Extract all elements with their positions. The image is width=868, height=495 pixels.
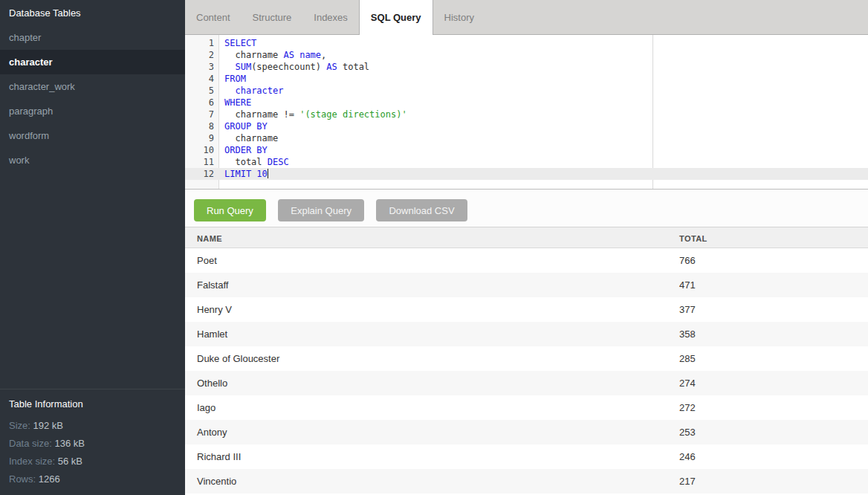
sql-token: charname [224,133,278,143]
code-line-4[interactable]: 4FROM [185,73,868,85]
tab-structure[interactable]: Structure [242,0,303,34]
code-line-3[interactable]: 3 SUM(speechcount) AS total [185,61,868,73]
code-line-2[interactable]: 2 charname AS name, [185,49,868,61]
line-text: SELECT [224,37,256,49]
line-text: charname [224,132,278,144]
line-text: ORDER BY [224,144,268,156]
cell-total: 358 [679,329,696,340]
info-value: 136 kB [52,438,85,449]
column-header-name[interactable]: NAME [197,234,222,243]
table-list: chaptercharactercharacter_workparagraphw… [0,25,185,172]
info-value: 192 kB [30,420,63,431]
sidebar: Database Tables chaptercharactercharacte… [0,0,185,495]
code-line-11[interactable]: 11 total DESC [185,156,868,168]
info-label: Size: [9,420,30,431]
query-toolbar: Run Query Explain Query Download CSV [185,190,868,227]
code-line-1[interactable]: 1SELECT [185,37,868,49]
info-label: Data size: [9,438,52,449]
table-row[interactable]: Iago272 [185,395,868,420]
line-text: LIMIT 10 [224,168,268,180]
table-row[interactable]: Henry V377 [185,297,868,322]
results-table: Poet766Falstaff471Henry V377Hamlet358Duk… [185,248,868,495]
table-info-items: Size: 192 kBData size: 136 kBIndex size:… [9,421,176,485]
line-number: 8 [185,120,214,132]
sidebar-item-character[interactable]: character [0,50,185,74]
sidebar-item-work[interactable]: work [0,148,185,172]
sidebar-item-chapter[interactable]: chapter [0,25,185,50]
line-number: 10 [185,144,214,156]
code-line-7[interactable]: 7 charname != '(stage directions)' [185,109,868,120]
table-info-rows-: Rows: 1266 [9,474,176,485]
cell-total: 253 [679,427,696,438]
line-text: total DESC [224,156,289,168]
info-label: Rows: [9,473,36,485]
sql-token: DESC [268,157,289,167]
sql-token: total [337,62,369,72]
table-row[interactable]: Hamlet358 [185,322,868,346]
code-line-12[interactable]: 12LIMIT 10 [185,168,868,180]
sql-token: '(stage directions)' [299,109,407,120]
tab-sql-query[interactable]: SQL Query [359,0,433,35]
text-cursor [268,169,268,178]
tab-history[interactable]: History [433,0,485,34]
info-label: Index size: [9,456,55,467]
sql-token: SELECT [224,38,256,48]
table-row[interactable]: Vincentio217 [185,469,868,494]
code-line-10[interactable]: 10ORDER BY [185,144,868,156]
sql-token: ORDER BY [224,145,268,155]
results-header: NAME TOTAL [185,227,868,248]
line-number: 12 [185,168,214,180]
cell-total: 766 [679,255,696,266]
editor-lines: 1SELECT2 charname AS name,3 SUM(speechco… [185,35,868,180]
sql-token: , [321,50,326,60]
cell-total: 217 [679,476,696,487]
code-line-5[interactable]: 5 character [185,85,868,97]
sql-token: LIMIT 10 [224,169,268,179]
sql-token: name [299,50,321,60]
line-number: 3 [185,61,214,73]
cell-name: Henry V [197,304,232,315]
tab-bar: ContentStructureIndexesSQL QueryHistory [185,0,868,35]
sql-token [224,62,235,72]
line-number: 5 [185,85,214,97]
line-number: 11 [185,156,214,168]
line-text: FROM [224,73,246,85]
cell-total: 272 [679,402,696,413]
line-text: GROUP BY [224,120,268,132]
sidebar-item-wordform[interactable]: wordform [0,123,185,148]
tab-indexes[interactable]: Indexes [302,0,359,34]
code-line-8[interactable]: 8GROUP BY [185,120,868,132]
cell-total: 246 [679,451,696,462]
sidebar-item-paragraph[interactable]: paragraph [0,99,185,123]
tab-content[interactable]: Content [185,0,242,34]
code-line-9[interactable]: 9 charname [185,132,868,144]
line-text: SUM(speechcount) AS total [224,61,369,73]
cell-name: Poet [197,255,217,266]
code-line-6[interactable]: 6WHERE [185,97,868,109]
sql-token: AS [326,62,337,72]
table-row[interactable]: Poet766 [185,248,868,273]
cell-total: 377 [679,304,696,315]
download-csv-button[interactable]: Download CSV [376,199,467,221]
explain-query-button[interactable]: Explain Query [278,199,364,221]
table-info-index-size-: Index size: 56 kB [9,456,176,467]
line-number: 7 [185,109,214,120]
column-header-total[interactable]: TOTAL [679,234,707,243]
sql-editor[interactable]: 1SELECT2 charname AS name,3 SUM(speechco… [185,35,868,190]
table-row[interactable]: Antony253 [185,420,868,444]
table-row[interactable]: Duke of Gloucester285 [185,346,868,371]
run-query-button[interactable]: Run Query [194,199,266,221]
line-text: charname != '(stage directions)' [224,109,407,120]
sidebar-item-character-work[interactable]: character_work [0,74,185,99]
table-row[interactable]: Richard III246 [185,444,868,469]
sql-token: (speechcount) [251,62,326,72]
sql-token: charname != [224,109,299,120]
cell-name: Duke of Gloucester [197,353,279,364]
table-row[interactable]: Falstaff471 [185,273,868,297]
cell-total: 285 [679,353,696,364]
table-info-size-: Size: 192 kB [9,421,176,431]
table-row[interactable]: Othello274 [185,371,868,395]
table-info-data-size-: Data size: 136 kB [9,439,176,449]
sql-token: AS [283,50,294,60]
line-number: 2 [185,49,214,61]
